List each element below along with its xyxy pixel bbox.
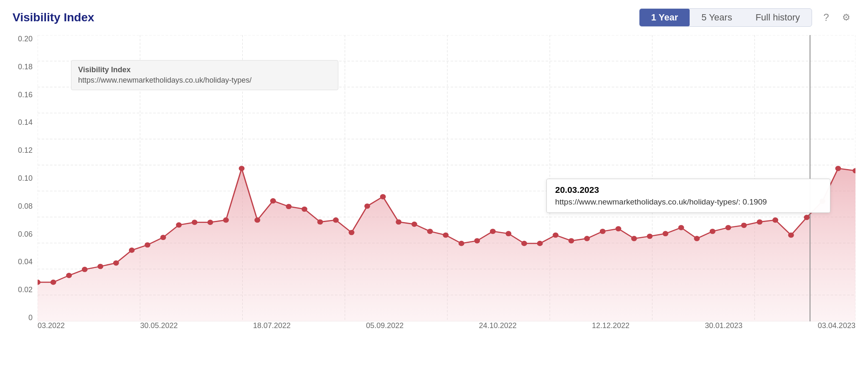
data-point [459,241,464,246]
data-point [788,232,794,238]
help-button[interactable]: ? [817,8,835,27]
data-point [553,232,558,238]
time-btn-5years[interactable]: 5 Years [690,9,744,26]
data-point [333,217,339,223]
header: Visibility Index 1 Year 5 Years Full his… [13,8,855,27]
data-point [302,207,307,212]
x-label-3: 18.07.2022 [253,321,291,330]
time-btn-1year[interactable]: 1 Year [640,9,690,26]
data-point [615,226,621,232]
data-point [490,229,496,234]
data-point [835,166,841,171]
y-label-010: 0.10 [13,174,38,182]
x-axis: 03.2022 30.05.2022 18.07.2022 05.09.2022… [38,321,855,342]
data-point [647,234,653,239]
x-label-1: 03.2022 [38,321,65,330]
info-tooltip-title: Visibility Index [78,66,331,74]
data-point [97,264,103,269]
data-point [443,232,449,238]
y-label-0: 0 [13,314,38,321]
settings-button[interactable]: ⚙ [837,8,855,27]
data-point [270,198,276,204]
y-label-008: 0.08 [13,202,38,210]
data-point [82,267,88,272]
data-point [505,231,511,236]
data-point [349,230,355,235]
data-point [411,222,417,227]
x-label-8: 03.04.2023 [818,321,855,330]
data-point [176,222,182,228]
data-point [113,260,119,266]
data-point [662,231,668,236]
data-point [678,225,684,230]
data-point [254,217,260,223]
x-label-5: 24.10.2022 [479,321,517,330]
data-point [286,204,292,209]
y-label-012: 0.12 [13,147,38,154]
info-tooltip: Visibility Index https://www.newmarketho… [71,60,338,90]
time-btn-fullhistory[interactable]: Full history [744,9,812,26]
data-point [364,203,370,209]
data-point [569,238,574,244]
data-point [584,236,590,241]
chart-area: 0 0.02 0.04 0.06 0.08 0.10 0.12 0.14 0.1… [13,35,855,342]
data-point [427,229,433,234]
data-point [537,241,543,246]
main-container: Visibility Index 1 Year 5 Years Full his… [0,0,868,374]
y-label-016: 0.16 [13,91,38,99]
data-point [694,236,700,241]
data-point [51,280,56,285]
y-label-002: 0.02 [13,286,38,293]
page-title: Visibility Index [13,11,94,24]
data-point [145,242,150,248]
x-label-7: 30.01.2023 [705,321,742,330]
y-label-018: 0.18 [13,63,38,71]
x-label-6: 12.12.2022 [592,321,629,330]
data-point [239,166,245,171]
data-point [726,225,731,230]
x-label-4: 05.09.2022 [366,321,404,330]
time-button-group: 1 Year 5 Years Full history [639,8,812,27]
data-point [600,229,606,234]
data-point [66,273,72,278]
x-label-2: 30.05.2022 [140,321,178,330]
data-point [207,220,213,225]
data-point [757,219,763,225]
data-point [396,219,401,225]
data-point [317,219,323,225]
data-point [521,241,527,246]
data-point [129,248,135,253]
info-tooltip-url: https://www.newmarketholidays.co.uk/holi… [78,76,331,85]
y-label-014: 0.14 [13,119,38,126]
data-point [772,217,778,223]
controls: 1 Year 5 Years Full history ? ⚙ [639,8,855,27]
data-point [820,199,825,204]
data-point [631,236,637,241]
data-point [710,229,716,234]
data-point [380,194,386,200]
data-point [223,217,229,223]
graph-container: Visibility Index https://www.newmarketho… [38,35,855,321]
data-point [192,220,198,225]
y-label-004: 0.04 [13,258,38,265]
y-label-020: 0.20 [13,35,38,43]
data-point [160,235,166,240]
data-point [741,223,747,228]
chart-area-fill [38,169,855,321]
y-axis: 0 0.02 0.04 0.06 0.08 0.10 0.12 0.14 0.1… [13,35,38,321]
data-point [804,215,810,220]
y-label-006: 0.06 [13,230,38,238]
data-point [474,238,480,244]
